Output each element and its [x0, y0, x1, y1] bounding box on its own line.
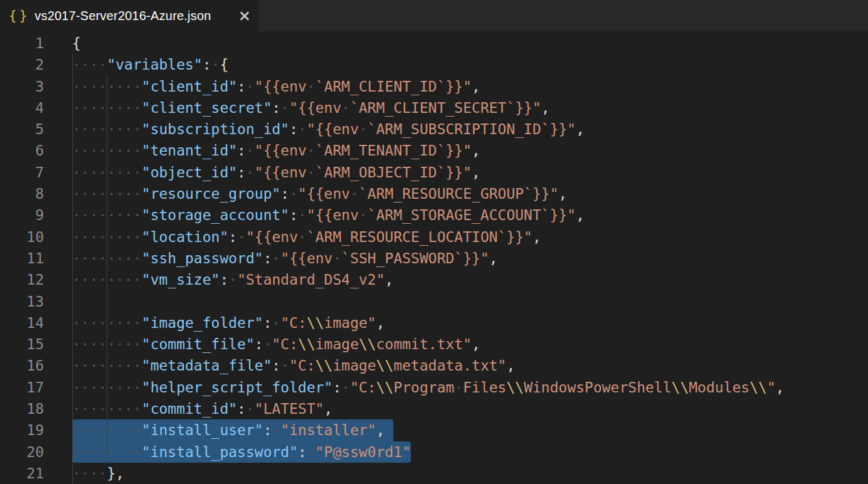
- line-number[interactable]: 19: [0, 419, 72, 441]
- indent-guide: [72, 54, 73, 484]
- punctuation: ,: [776, 379, 785, 396]
- escape-sequence: \\: [376, 357, 394, 374]
- line-content: ········"storage_account":·"{{env·`ARM_S…: [72, 204, 868, 226]
- line-number[interactable]: 7: [0, 162, 72, 183]
- line-content: ········"ssh_password":·"{{env·`SSH_PASS…: [72, 248, 868, 269]
- line-number[interactable]: 21: [0, 463, 72, 484]
- tab-strip-empty-area: [259, 0, 868, 31]
- json-string-value: "LATEST": [255, 401, 324, 417]
- rendered-whitespace: ·: [359, 207, 368, 223]
- line-number[interactable]: 12: [0, 269, 72, 290]
- rendered-whitespace: ·: [280, 100, 289, 116]
- line-number[interactable]: 3: [0, 76, 72, 97]
- rendered-whitespace: ·: [246, 164, 255, 181]
- json-string-value: image": [324, 315, 376, 331]
- line-number[interactable]: 16: [0, 355, 72, 376]
- code-editor[interactable]: 1{2····"variables":·{3········"client_id…: [0, 31, 868, 484]
- json-key: "tenant_id": [142, 142, 237, 159]
- tab-close-button[interactable]: [238, 9, 251, 23]
- line-content: ········"object_id":·"{{env·`ARM_OBJECT_…: [72, 162, 868, 183]
- json-string-value: metadata.txt": [393, 357, 506, 374]
- rendered-whitespace: ········: [72, 229, 142, 245]
- json-string-value: Modules: [689, 379, 749, 396]
- rendered-whitespace: ·: [307, 142, 315, 159]
- code-line-13[interactable]: 13: [0, 291, 868, 312]
- punctuation: {: [220, 56, 228, 73]
- code-line-21[interactable]: 21····},: [0, 463, 868, 484]
- line-number[interactable]: 20: [0, 441, 72, 463]
- json-string-value: "C:: [289, 357, 315, 374]
- json-string-value: Files: [463, 379, 506, 396]
- code-line-9[interactable]: 9········"storage_account":·"{{env·`ARM_…: [0, 204, 868, 226]
- line-content: ········"commit_file":·"C:\\image\\commi…: [72, 334, 868, 355]
- punctuation: ,: [472, 142, 480, 159]
- json-key: "resource_group": [142, 186, 281, 202]
- line-number[interactable]: 11: [0, 248, 72, 269]
- rendered-whitespace: ········: [72, 100, 142, 116]
- rendered-whitespace: ·: [454, 379, 463, 396]
- code-line-17[interactable]: 17········"helper_script_folder":·"C:\\P…: [0, 377, 868, 398]
- json-string-value: `ARM_STORAGE_ACCOUNT`}}": [368, 207, 576, 223]
- line-number[interactable]: 2: [0, 54, 72, 75]
- rendered-whitespace: ·: [298, 121, 307, 137]
- code-line-16[interactable]: 16········"metadata_file":·"C:\\image\\m…: [0, 355, 868, 376]
- line-number[interactable]: 17: [0, 377, 72, 398]
- punctuation: ,: [532, 229, 541, 245]
- line-number[interactable]: 1: [0, 33, 72, 54]
- code-line-1[interactable]: 1{: [0, 33, 868, 54]
- line-number[interactable]: 15: [0, 334, 72, 355]
- code-line-15[interactable]: 15········"commit_file":·"C:\\image\\com…: [0, 334, 868, 355]
- escape-sequence: \\: [307, 315, 324, 331]
- punctuation: :: [237, 164, 246, 181]
- line-content: ········"location":·"{{env·`ARM_RESOURCE…: [72, 226, 868, 248]
- code-line-2[interactable]: 2····"variables":·{: [0, 54, 868, 75]
- line-number[interactable]: 6: [0, 140, 72, 161]
- line-number[interactable]: 10: [0, 226, 72, 248]
- rendered-whitespace: ········: [72, 271, 142, 288]
- code-line-8[interactable]: 8········"resource_group":·"{{env·`ARM_R…: [0, 183, 868, 204]
- punctuation: :: [332, 379, 341, 396]
- line-number[interactable]: 14: [0, 312, 72, 334]
- escape-sequence: \\: [359, 336, 376, 352]
- punctuation: ,: [376, 315, 385, 331]
- json-string-value: "Standard_DS4_v2": [237, 271, 384, 288]
- line-number[interactable]: 9: [0, 204, 72, 226]
- code-line-7[interactable]: 7········"object_id":·"{{env·`ARM_OBJECT…: [0, 162, 868, 183]
- rendered-whitespace: ········: [72, 357, 142, 374]
- code-line-20[interactable]: 20········"install_password":·"P@ssw0rd1…: [0, 441, 868, 463]
- code-line-4[interactable]: 4········"client_secret":·"{{env·`ARM_CL…: [0, 97, 868, 118]
- json-string-value: `ARM_RESOURCE_LOCATION`}}": [307, 229, 532, 245]
- json-key: "variables": [107, 56, 202, 73]
- code-line-5[interactable]: 5········"subscription_id":·"{{env·`ARM_…: [0, 118, 868, 140]
- line-content: ········"image_folder":·"C:\\image",: [72, 312, 868, 334]
- code-line-11[interactable]: 11········"ssh_password":·"{{env·`SSH_PA…: [0, 248, 868, 269]
- json-string-value: "{{env: [255, 78, 307, 95]
- rendered-whitespace: ········: [72, 379, 142, 396]
- tab-vs2017-server2016-azure-json[interactable]: {} vs2017-Server2016-Azure.json: [0, 0, 259, 31]
- punctuation: ,: [376, 422, 385, 438]
- rendered-whitespace: ····: [72, 465, 107, 481]
- code-line-18[interactable]: 18········"commit_id":·"LATEST",: [0, 398, 868, 419]
- rendered-whitespace: ·: [298, 229, 307, 245]
- code-line-12[interactable]: 12········"vm_size":·"Standard_DS4_v2",: [0, 269, 868, 290]
- json-string-value: `ARM_TENANT_ID`}}": [315, 142, 472, 159]
- json-string-value: image: [315, 336, 359, 352]
- code-line-10[interactable]: 10········"location":·"{{env·`ARM_RESOUR…: [0, 226, 868, 248]
- json-key: "client_secret": [142, 100, 272, 116]
- json-key: "subscription_id": [142, 121, 289, 137]
- json-string-value: "installer": [280, 422, 376, 438]
- json-string-value: "{{env: [289, 100, 341, 116]
- json-string-value: `ARM_OBJECT_ID`}}": [315, 164, 472, 181]
- code-line-3[interactable]: 3········"client_id":·"{{env·`ARM_CLIENT…: [0, 76, 868, 97]
- code-line-19[interactable]: 19········"install_user":·"installer",: [0, 419, 868, 441]
- line-number[interactable]: 5: [0, 118, 72, 140]
- line-number[interactable]: 18: [0, 398, 72, 419]
- line-number[interactable]: 4: [0, 97, 72, 118]
- code-line-14[interactable]: 14········"image_folder":·"C:\\image",: [0, 312, 868, 334]
- line-content: ········"resource_group":·"{{env·`ARM_RE…: [72, 183, 868, 204]
- code-line-6[interactable]: 6········"tenant_id":·"{{env·`ARM_TENANT…: [0, 140, 868, 161]
- line-number[interactable]: 13: [0, 291, 72, 312]
- json-key: "object_id": [142, 164, 237, 181]
- line-number[interactable]: 8: [0, 183, 72, 204]
- rendered-whitespace: ········: [72, 336, 142, 352]
